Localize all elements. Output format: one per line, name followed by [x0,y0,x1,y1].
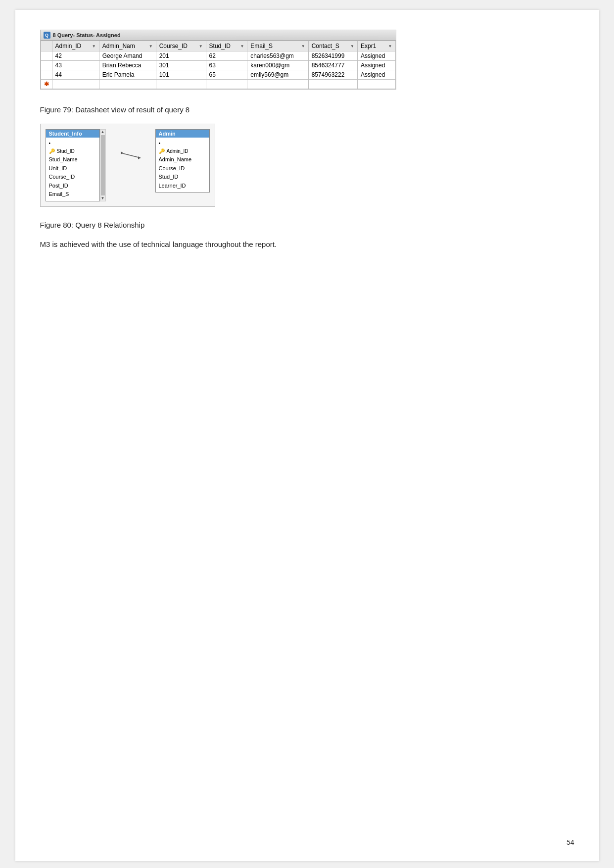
cell-expr1: Assigned [357,51,395,61]
col-email-s[interactable]: Email_S ▼ [247,41,308,51]
table-row: 42 George Amand 201 62 charles563@gm 852… [41,51,395,61]
cell-course-id: 201 [156,51,206,61]
admin-title: Admin [156,130,209,138]
svg-marker-2 [138,156,141,159]
col-arrow: ▼ [199,44,203,48]
body-text-paragraph: M3 is achieved with the use of technical… [40,239,574,250]
relationship-connector-svg [121,143,141,173]
vscroll-thumb [101,135,105,195]
access-titlebar: Q 8 Query- Status- Assigned [41,30,396,41]
rel-field-key: 🔑 Admin_ID [159,147,206,155]
new-cell [247,80,308,89]
svg-marker-1 [121,151,123,154]
cell-stud-id: 63 [206,61,247,70]
cell-contact-s: 8574963222 [308,70,357,80]
field-label: Unit_ID [49,164,67,173]
student-info-table: Student_Info • 🔑 Stud_ID Stud_Name [46,129,100,201]
new-cell [99,80,156,89]
col-arrow: ▼ [149,44,153,48]
rel-field: Stud_ID [159,173,206,182]
row-selector [41,70,52,80]
page-number: 54 [567,838,574,846]
student-info-table-wrapper: Student_Info • 🔑 Stud_ID Stud_Name [46,129,106,201]
cell-contact-s: 8546324777 [308,61,357,70]
table-row: 43 Brian Rebecca 301 63 karen000@gm 8546… [41,61,395,70]
rel-field: • [159,140,206,147]
new-cell [156,80,206,89]
field-label: Stud_ID [159,173,179,182]
admin-table-wrapper: Admin • 🔑 Admin_ID Admin_Name [155,129,210,193]
col-arrow: ▼ [301,44,305,48]
cell-admin-id: 43 [52,61,99,70]
student-info-title: Student_Info [46,130,99,138]
bullet-icon: • [159,140,161,147]
col-contact-s[interactable]: Contact_S ▼ [308,41,357,51]
field-label: Email_S [49,190,69,199]
col-admin-name[interactable]: Admin_Nam ▼ [99,41,156,51]
svg-line-0 [121,153,141,158]
rel-field: Email_S [49,190,96,199]
cell-admin-id: 44 [52,70,99,80]
admin-fields: • 🔑 Admin_ID Admin_Name Course_ID [156,138,209,192]
rel-vscroll[interactable]: ▲ ▼ [100,129,106,201]
figure79-caption: Figure 79: Datasheet view of result of q… [40,105,574,114]
cell-course-id: 101 [156,70,206,80]
field-label: Stud_Name [49,155,78,164]
col-arrow: ▼ [92,44,96,48]
cell-email-s: emily569@gm [247,70,308,80]
row-selector-header [41,41,52,51]
cell-expr1: Assigned [357,61,395,70]
cell-admin-name: Brian Rebecca [99,61,156,70]
cell-admin-name: George Amand [99,51,156,61]
new-row: ✱ [41,80,395,89]
new-cell [357,80,395,89]
relationship-diagram: Student_Info • 🔑 Stud_ID Stud_Name [40,124,215,207]
field-label: Admin_ID [167,147,189,155]
rel-field: • [49,140,96,147]
field-label: Admin_Name [159,155,192,164]
col-arrow: ▼ [240,44,244,48]
connector-area [121,143,141,173]
rel-field: Post_ID [49,182,96,191]
cell-admin-id: 42 [52,51,99,61]
col-course-id[interactable]: Course_ID ▼ [156,41,206,51]
table-row: 44 Eric Pamela 101 65 emily569@gm 857496… [41,70,395,80]
row-selector [41,51,52,61]
col-arrow: ▼ [350,44,354,48]
col-arrow: ▼ [388,44,392,48]
cell-expr1: Assigned [357,70,395,80]
rel-field: Unit_ID [49,164,96,173]
figure80-caption: Figure 80: Query 8 Relationship [40,221,574,229]
datasheet-table: Admin_ID ▼ Admin_Nam ▼ Course_ID ▼ [41,41,396,89]
vscroll-up-icon[interactable]: ▲ [101,130,105,135]
query-title: 8 Query- Status- Assigned [53,32,121,38]
field-label: Stud_ID [57,147,75,155]
new-row-selector: ✱ [41,80,52,89]
row-selector [41,61,52,70]
key-icon: 🔑 [49,147,55,155]
vscroll-down-icon[interactable]: ▼ [101,196,105,201]
col-expr1[interactable]: Expr1 ▼ [357,41,395,51]
rel-field: Admin_Name [159,155,206,164]
new-cell [308,80,357,89]
new-cell [206,80,247,89]
rel-field: Course_ID [159,164,206,173]
col-stud-id[interactable]: Stud_ID ▼ [206,41,247,51]
cell-stud-id: 65 [206,70,247,80]
field-label: Course_ID [49,173,75,182]
rel-field-key: 🔑 Stud_ID [49,147,96,155]
key-icon: 🔑 [159,147,165,155]
cell-course-id: 301 [156,61,206,70]
admin-table: Admin • 🔑 Admin_ID Admin_Name [155,129,210,193]
bullet-icon: • [49,140,51,147]
field-label: Learner_ID [159,182,186,191]
field-label: Course_ID [159,164,185,173]
new-cell [52,80,99,89]
rel-tables-container: Student_Info • 🔑 Stud_ID Stud_Name [46,129,210,201]
rel-field: Course_ID [49,173,96,182]
field-label: Post_ID [49,182,68,191]
cell-email-s: charles563@gm [247,51,308,61]
col-admin-id[interactable]: Admin_ID ▼ [52,41,99,51]
rel-field: Learner_ID [159,182,206,191]
cell-admin-name: Eric Pamela [99,70,156,80]
